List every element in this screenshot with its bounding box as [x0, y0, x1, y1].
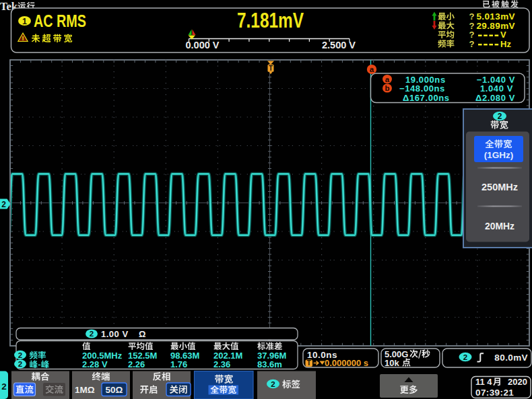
- svg-text:AC RMS: AC RMS: [34, 11, 86, 31]
- svg-text:20MHz: 20MHz: [485, 221, 514, 231]
- svg-text:2: 2: [18, 351, 22, 359]
- svg-text:a: a: [370, 65, 374, 73]
- svg-text:T: T: [269, 65, 273, 72]
- svg-text:b: b: [385, 84, 389, 92]
- svg-text:2.500 V: 2.500 V: [322, 40, 356, 50]
- svg-text:1.76: 1.76: [170, 359, 187, 369]
- svg-text:Δ167.00ns: Δ167.00ns: [403, 93, 450, 103]
- svg-text:80.0mV: 80.0mV: [494, 353, 528, 363]
- svg-text:1: 1: [22, 17, 27, 26]
- svg-text:T: T: [307, 359, 312, 367]
- svg-text:2: 2: [18, 360, 22, 368]
- svg-text:7.181mV: 7.181mV: [237, 9, 304, 32]
- svg-text:2: 2: [463, 353, 467, 361]
- svg-text:250MHz: 250MHz: [481, 182, 518, 192]
- svg-text:07:39:21: 07:39:21: [475, 388, 514, 398]
- svg-text:!: !: [22, 34, 24, 42]
- svg-text:?: ?: [469, 39, 475, 49]
- svg-text:Hz: Hz: [500, 39, 511, 49]
- svg-text:2.36: 2.36: [213, 359, 230, 369]
- svg-text:10k: 10k: [385, 358, 399, 368]
- svg-text:2.28 V: 2.28 V: [82, 359, 108, 369]
- svg-text:a: a: [385, 75, 390, 83]
- svg-text:0.000 V: 0.000 V: [186, 40, 220, 50]
- svg-text:11 4: 11 4: [475, 377, 492, 387]
- svg-text:2: 2: [1, 382, 7, 392]
- svg-text:29.89mV: 29.89mV: [476, 21, 515, 31]
- svg-text:2.26: 2.26: [128, 359, 145, 369]
- svg-text:2: 2: [498, 112, 502, 121]
- svg-text:83.6m: 83.6m: [257, 359, 282, 369]
- svg-text:2: 2: [271, 380, 275, 388]
- svg-text:1.00 V: 1.00 V: [101, 329, 129, 339]
- svg-text:(1GHz): (1GHz): [484, 150, 514, 160]
- svg-text:1MΩ: 1MΩ: [75, 385, 95, 395]
- svg-text:2: 2: [1, 200, 6, 209]
- svg-text:0.000000 s: 0.000000 s: [325, 358, 368, 368]
- svg-text:2: 2: [90, 330, 94, 338]
- svg-text:2020: 2020: [508, 377, 527, 387]
- svg-text:Ω: Ω: [139, 329, 145, 339]
- svg-text:Δ2.080 V: Δ2.080 V: [475, 93, 515, 103]
- svg-text:50Ω: 50Ω: [106, 385, 123, 395]
